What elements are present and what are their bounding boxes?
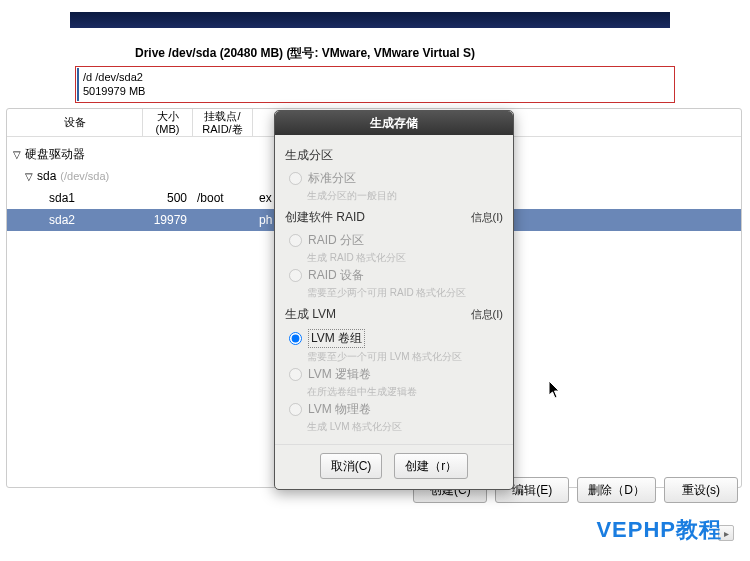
drive-usage-box[interactable]: /d /dev/sda2 5019979 MB — [75, 66, 675, 103]
chevron-down-icon[interactable]: ▽ — [25, 171, 37, 182]
opt-standard-partition[interactable]: 标准分区 — [285, 168, 503, 187]
opt-raid-partition[interactable]: RAID 分区 — [285, 230, 503, 249]
chevron-down-icon[interactable]: ▽ — [13, 149, 25, 160]
drive-info: Drive /dev/sda (20480 MB) (型号: VMware, V… — [15, 45, 735, 103]
dialog-create-button[interactable]: 创建（r） — [394, 453, 468, 479]
watermark: VEPHP教程 — [596, 515, 722, 545]
drive-size-line: 5019979 MB — [83, 84, 669, 98]
opt-lvm-lv[interactable]: LVM 逻辑卷 — [285, 364, 503, 383]
create-storage-dialog: 生成存储 生成分区 标准分区 生成分区的一般目的 创建软件 RAID 信息(I)… — [274, 110, 514, 490]
drive-title: Drive /dev/sda (20480 MB) (型号: VMware, V… — [15, 45, 735, 62]
delete-button[interactable]: 删除（D） — [577, 477, 656, 503]
lvm-info-link[interactable]: 信息(I) — [471, 307, 503, 322]
opt-lvm-vg[interactable]: LVM 卷组 — [285, 327, 503, 348]
col-device[interactable]: 设备 — [7, 109, 143, 136]
reset-button[interactable]: 重设(s) — [664, 477, 738, 503]
drive-dev-line: /d /dev/sda2 — [83, 70, 669, 84]
col-mount[interactable]: 挂载点/ RAID/卷 — [193, 109, 253, 136]
section-create-raid: 创建软件 RAID — [285, 209, 365, 226]
col-size[interactable]: 大小 (MB) — [143, 109, 193, 136]
opt-lvm-pv[interactable]: LVM 物理卷 — [285, 399, 503, 418]
section-create-partition: 生成分区 — [285, 147, 333, 164]
cancel-button[interactable]: 取消(C) — [320, 453, 383, 479]
section-create-lvm: 生成 LVM — [285, 306, 336, 323]
raid-info-link[interactable]: 信息(I) — [471, 210, 503, 225]
dialog-title: 生成存储 — [275, 111, 513, 135]
opt-raid-device[interactable]: RAID 设备 — [285, 265, 503, 284]
title-bar — [70, 12, 670, 28]
